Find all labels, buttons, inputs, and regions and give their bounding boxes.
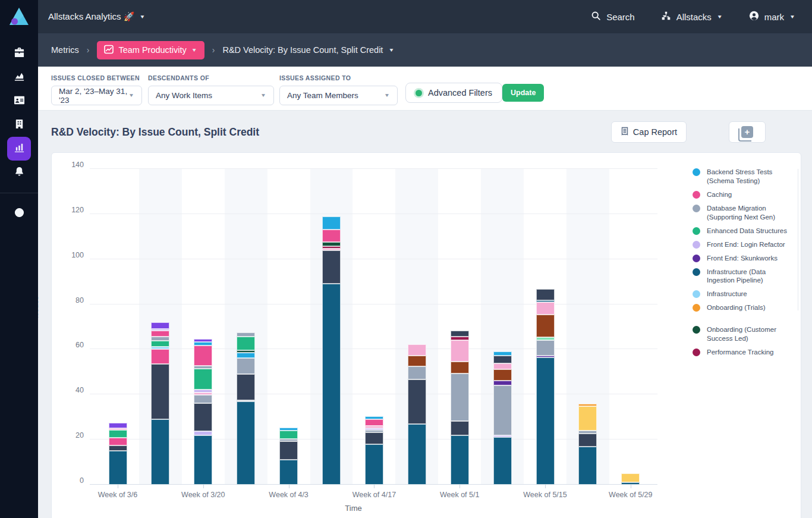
team-productivity-dropdown[interactable]: Team Productivity ▼ bbox=[97, 41, 204, 59]
sidebar-item-global[interactable] bbox=[7, 202, 31, 225]
bar-segment[interactable] bbox=[237, 401, 255, 485]
legend-item[interactable]: Infrastructure bbox=[693, 290, 797, 299]
bar-segment[interactable] bbox=[237, 332, 255, 337]
bar-segment[interactable] bbox=[536, 302, 555, 315]
user-menu[interactable]: mark ▼ bbox=[749, 11, 795, 23]
stacked-bar[interactable] bbox=[536, 289, 555, 485]
bar-segment[interactable] bbox=[365, 432, 383, 444]
bar-segment[interactable] bbox=[536, 289, 555, 300]
bar-segment[interactable] bbox=[451, 331, 469, 337]
bar-segment[interactable] bbox=[493, 381, 512, 385]
sidebar-item-portfolio[interactable] bbox=[7, 42, 31, 65]
bar-segment[interactable] bbox=[194, 346, 212, 365]
bar-segment[interactable] bbox=[408, 424, 426, 485]
stacked-bar[interactable] bbox=[365, 416, 383, 485]
bar-segment[interactable] bbox=[536, 357, 555, 485]
bar-segment[interactable] bbox=[151, 349, 169, 364]
bar-segment[interactable] bbox=[194, 369, 212, 390]
bar-segment[interactable] bbox=[493, 437, 512, 485]
app-switcher[interactable]: Allstacks Analytics 🚀 ▼ bbox=[48, 11, 145, 22]
work-items-select[interactable]: Any Work Items ▼ bbox=[148, 86, 274, 105]
bar-segment[interactable] bbox=[621, 473, 640, 482]
bar-segment[interactable] bbox=[451, 421, 469, 435]
bar-segment[interactable] bbox=[279, 441, 298, 460]
stacked-bar[interactable] bbox=[279, 428, 298, 485]
legend-item[interactable]: Database Migration (Supporting Next Gen) bbox=[693, 204, 797, 222]
legend-item[interactable]: Enhanced Data Structures bbox=[693, 227, 797, 236]
bar-segment[interactable] bbox=[322, 284, 341, 485]
legend-item[interactable]: Performance Tracking bbox=[693, 348, 797, 357]
bar-segment[interactable] bbox=[408, 366, 426, 379]
bar-segment[interactable] bbox=[493, 351, 512, 356]
bar-segment[interactable] bbox=[109, 438, 127, 445]
stacked-bar[interactable] bbox=[451, 331, 469, 485]
bar-segment[interactable] bbox=[151, 337, 169, 341]
stacked-bar[interactable] bbox=[237, 332, 255, 485]
bar-segment[interactable] bbox=[408, 379, 426, 424]
bar-segment[interactable] bbox=[151, 419, 169, 485]
bar-segment[interactable] bbox=[279, 460, 298, 485]
stacked-bar[interactable] bbox=[322, 216, 341, 485]
sidebar-item-organization[interactable] bbox=[7, 113, 31, 137]
bar-segment[interactable] bbox=[322, 216, 341, 230]
legend-item[interactable]: Onboarding (Customer Success Led) bbox=[693, 325, 797, 343]
bar-segment[interactable] bbox=[536, 315, 555, 337]
bar-segment[interactable] bbox=[493, 385, 512, 435]
stacked-bar[interactable] bbox=[194, 339, 212, 485]
add-to-dashboard-button[interactable]: + bbox=[729, 121, 766, 143]
bar-segment[interactable] bbox=[194, 431, 212, 435]
date-range-select[interactable]: Mar 2, '23–May 31, '23 ▼ bbox=[51, 86, 142, 105]
bar-segment[interactable] bbox=[151, 331, 169, 336]
stacked-bar[interactable] bbox=[151, 322, 169, 485]
legend-scrollbar[interactable] bbox=[798, 169, 798, 310]
legend-item[interactable]: Onboarding (Trials) bbox=[693, 303, 797, 312]
stacked-bar[interactable] bbox=[408, 344, 426, 485]
advanced-filters-button[interactable]: Advanced Filters bbox=[405, 83, 502, 103]
bar-segment[interactable] bbox=[237, 358, 255, 374]
legend-item[interactable]: Backend Stress Tests (Schema Testing) bbox=[693, 168, 797, 186]
org-menu[interactable]: Allstacks ▼ bbox=[661, 11, 723, 23]
update-button[interactable]: Update bbox=[502, 84, 544, 102]
bar-segment[interactable] bbox=[451, 373, 469, 422]
bar-segment[interactable] bbox=[493, 356, 512, 363]
bar-segment[interactable] bbox=[578, 406, 597, 431]
bar-segment[interactable] bbox=[194, 435, 212, 485]
bar-segment[interactable] bbox=[237, 337, 255, 350]
sidebar-item-metrics[interactable] bbox=[7, 137, 31, 161]
bar-segment[interactable] bbox=[194, 395, 212, 403]
bar-segment[interactable] bbox=[322, 250, 341, 284]
bar-segment[interactable] bbox=[151, 341, 169, 346]
bar-segment[interactable] bbox=[109, 430, 127, 438]
legend-item[interactable]: Front End: Login Refactor bbox=[693, 240, 797, 249]
bar-segment[interactable] bbox=[536, 340, 555, 356]
legend-item[interactable]: Caching bbox=[693, 190, 797, 199]
bar-segment[interactable] bbox=[578, 447, 597, 485]
bar-segment[interactable] bbox=[408, 356, 426, 366]
bar-segment[interactable] bbox=[365, 419, 383, 426]
bar-segment[interactable] bbox=[365, 444, 383, 485]
cap-report-button[interactable]: Cap Report bbox=[611, 121, 687, 143]
breadcrumb-metrics-link[interactable]: Metrics bbox=[51, 45, 79, 55]
bar-segment[interactable] bbox=[109, 451, 127, 485]
bar-segment[interactable] bbox=[109, 423, 127, 428]
sidebar-item-notifications[interactable] bbox=[7, 161, 31, 184]
bar-segment[interactable] bbox=[194, 342, 212, 346]
bar-segment[interactable] bbox=[493, 369, 512, 381]
legend-item[interactable]: Infrastructure (Data Ingestion Pipeline) bbox=[693, 268, 797, 285]
search-button[interactable]: Search bbox=[591, 11, 635, 23]
bar-segment[interactable] bbox=[322, 230, 341, 241]
legend-item[interactable]: Front End: Skunkworks bbox=[693, 254, 797, 263]
stacked-bar[interactable] bbox=[578, 404, 597, 485]
stacked-bar[interactable] bbox=[621, 473, 640, 485]
bar-segment[interactable] bbox=[408, 344, 426, 356]
bar-segment[interactable] bbox=[451, 362, 469, 373]
sidebar-item-contacts[interactable] bbox=[7, 89, 31, 113]
bar-segment[interactable] bbox=[578, 434, 597, 447]
bar-segment[interactable] bbox=[151, 322, 169, 329]
stacked-bar[interactable] bbox=[493, 351, 512, 485]
bar-segment[interactable] bbox=[109, 445, 127, 451]
bar-segment[interactable] bbox=[194, 403, 212, 431]
sidebar-item-insights[interactable] bbox=[7, 65, 31, 89]
bar-segment[interactable] bbox=[237, 353, 255, 357]
bar-segment[interactable] bbox=[451, 435, 469, 485]
